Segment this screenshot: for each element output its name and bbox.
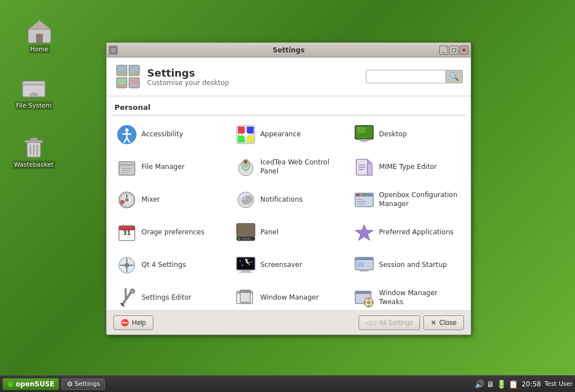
taskbar-right: 🔊 🖥 🔋 📋 20:58 Test User [475, 380, 573, 389]
close-button[interactable]: ✕ [459, 46, 468, 55]
svg-rect-25 [130, 79, 138, 84]
session-label: Session and Startup [379, 261, 447, 270]
taskbar-settings-item[interactable]: ⚙ Settings [61, 378, 105, 390]
svg-rect-6 [32, 95, 36, 97]
help-button[interactable]: ⛔ Help [113, 315, 153, 330]
settings-item-panel[interactable]: Panel [230, 217, 348, 248]
svg-rect-41 [357, 127, 365, 133]
settings-item-notifications[interactable]: Notifications [230, 184, 348, 216]
settings-item-qt4[interactable]: Qt 4 Settings [111, 250, 229, 281]
taskbar-settings-label: Settings [74, 380, 100, 387]
icedtea-label: IcedTea Web Control Panel [260, 158, 342, 176]
taskbar: ⊕ openSUSE ⚙ Settings 🔊 🖥 🔋 📋 20:58 Test… [0, 375, 575, 392]
settings-item-openbox[interactable]: Openbox Configuration Manager [348, 184, 466, 216]
svg-point-38 [244, 132, 248, 137]
settings-grid: Accessibility Appearance [111, 119, 466, 310]
appearance-icon [236, 124, 256, 145]
start-button[interactable]: ⊕ openSUSE [2, 378, 59, 390]
openbox-icon [354, 190, 374, 210]
network-icon[interactable]: 🖥 [486, 380, 494, 389]
settings-item-window-manager[interactable]: Window Manager [230, 282, 348, 310]
svg-point-69 [242, 197, 244, 199]
svg-point-100 [249, 264, 250, 265]
search-input[interactable] [366, 71, 445, 82]
svg-rect-42 [359, 139, 370, 141]
svg-rect-16 [118, 66, 126, 72]
settings-body[interactable]: Personal Accessibility [107, 96, 471, 310]
panel-label: Panel [260, 228, 278, 237]
svg-rect-36 [238, 136, 245, 142]
start-label: openSUSE [16, 380, 55, 388]
settings-item-icedtea[interactable]: IcedTea Web Control Panel [230, 152, 348, 183]
opensuse-logo: ⊕ [7, 380, 14, 389]
desktop-label: Desktop [379, 130, 407, 139]
settings-item-mime[interactable]: MIME Type Editor [348, 152, 466, 183]
svg-rect-17 [118, 72, 126, 74]
settings-item-orage[interactable]: 31 Orage preferences [111, 217, 229, 248]
search-button[interactable]: 🔍 [445, 70, 462, 83]
wastebasket-icon [20, 132, 47, 159]
all-settings-icon: ◁◁ [366, 319, 376, 327]
settings-item-preferred-apps[interactable]: Preferred Applications [348, 217, 466, 248]
svg-rect-103 [241, 270, 250, 271]
svg-point-87 [238, 238, 240, 240]
svg-rect-43 [361, 141, 368, 142]
notifications-icon [236, 190, 256, 210]
svg-rect-108 [365, 262, 372, 264]
svg-rect-124 [368, 305, 370, 307]
all-settings-button[interactable]: ◁◁ All Settings [359, 315, 420, 330]
taskbar-left: ⊕ openSUSE ⚙ Settings [2, 378, 105, 390]
settings-item-accessibility[interactable]: Accessibility [111, 119, 229, 150]
minimize-button[interactable]: _ [439, 46, 448, 55]
svg-rect-20 [130, 72, 138, 74]
svg-rect-35 [247, 127, 254, 133]
svg-rect-37 [247, 136, 254, 142]
mixer-label: Mixer [141, 195, 160, 204]
desktop-icon-filesystem[interactable]: File System [11, 73, 56, 110]
mime-label: MIME Type Editor [379, 163, 437, 172]
desktop-icon-home[interactable]: Home [17, 17, 62, 54]
svg-point-93 [125, 263, 129, 268]
window-footer: ⛔ Help ◁◁ All Settings ✕ Close [107, 310, 471, 335]
help-icon: ⛔ [121, 319, 129, 327]
settings-header-icon [114, 63, 141, 90]
orage-label: Orage preferences [141, 228, 205, 237]
home-label: Home [29, 45, 50, 54]
close-button-footer[interactable]: ✕ Close [423, 315, 464, 330]
svg-point-73 [360, 194, 362, 196]
svg-marker-1 [28, 20, 51, 29]
svg-rect-75 [357, 199, 363, 200]
svg-rect-126 [371, 301, 373, 304]
desktop-icon-wastebasket[interactable]: Wastebasket [11, 132, 56, 169]
svg-point-65 [120, 200, 125, 204]
settings-item-mixer[interactable]: Mixer [111, 184, 229, 216]
svg-rect-85 [237, 224, 254, 237]
svg-point-99 [242, 265, 243, 266]
qt4-icon [117, 255, 137, 275]
svg-rect-110 [360, 270, 369, 271]
svg-rect-106 [355, 257, 373, 260]
volume-icon[interactable]: 🔊 [475, 380, 484, 389]
settings-item-appearance[interactable]: Appearance [230, 119, 348, 150]
settings-item-file-manager[interactable]: File Manager [111, 152, 229, 183]
svg-rect-46 [120, 163, 125, 164]
qt4-label: Qt 4 Settings [141, 261, 186, 270]
notification-tray-icon[interactable]: 📋 [508, 380, 518, 389]
maximize-button[interactable]: □ [449, 46, 458, 55]
svg-rect-2 [36, 34, 43, 43]
svg-rect-120 [355, 291, 371, 294]
settings-item-wm-tweaks[interactable]: Window Manager Tweaks [348, 282, 466, 310]
header-subtitle: Customise your desktop [147, 79, 229, 87]
search-box[interactable]: 🔍 [366, 70, 463, 83]
window-manager-label: Window Manager [260, 293, 319, 302]
settings-item-settings-editor[interactable]: Settings Editor [111, 282, 229, 310]
accessibility-label: Accessibility [141, 130, 183, 139]
svg-rect-77 [357, 203, 364, 204]
desktop-settings-icon [354, 124, 374, 145]
preferred-apps-icon [354, 222, 374, 243]
settings-item-desktop[interactable]: Desktop [348, 119, 466, 150]
settings-item-session[interactable]: Session and Startup [348, 250, 466, 281]
battery-icon[interactable]: 🔋 [497, 380, 506, 389]
header-left: Settings Customise your desktop [114, 63, 229, 90]
settings-item-screensaver[interactable]: Screensaver [230, 250, 348, 281]
